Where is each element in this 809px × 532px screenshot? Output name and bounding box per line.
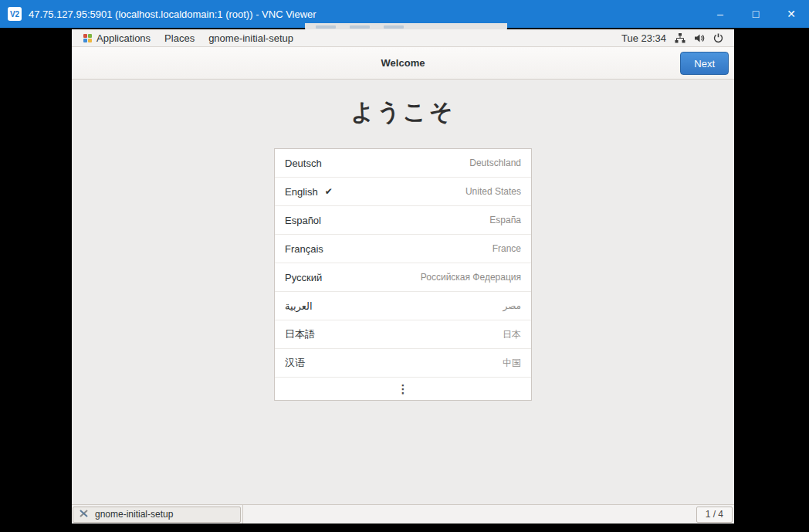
language-row-espanol[interactable]: Español España (275, 206, 531, 235)
language-region: France (493, 243, 521, 254)
taskbar-window-button[interactable]: gnome-initial-setup (73, 507, 241, 523)
app-header-bar: Welcome Next (72, 47, 734, 80)
vnc-logo-icon: V2 (8, 7, 22, 21)
taskbar-divider (242, 505, 243, 524)
language-region: Российская Федерация (421, 272, 521, 283)
language-row-chinese[interactable]: 汉语 中国 (275, 349, 531, 378)
language-region: United States (465, 186, 521, 197)
language-region: 日本 (503, 328, 521, 341)
language-region: 中国 (503, 357, 521, 370)
current-app-menu-label: gnome-initial-setup (208, 32, 293, 44)
language-name: Français (285, 243, 323, 255)
page-title: Welcome (381, 57, 425, 69)
remote-desktop: Applications Places gnome-initial-setup … (72, 29, 734, 524)
language-name: English (285, 186, 318, 198)
applications-menu[interactable]: Applications (76, 29, 157, 46)
top-bar-status-area: Tue 23:34 (621, 29, 729, 46)
places-menu-label: Places (164, 32, 195, 44)
places-menu[interactable]: Places (157, 29, 201, 46)
volume-icon[interactable] (694, 29, 705, 46)
language-row-japanese[interactable]: 日本語 日本 (275, 320, 531, 349)
close-button[interactable]: ✕ (773, 0, 809, 28)
window-controls: – □ ✕ (702, 0, 809, 28)
welcome-heading: ようこそ (351, 97, 455, 128)
welcome-page: ようこそ Deutsch Deutschland English ✔ Unite… (72, 80, 734, 504)
language-row-english[interactable]: English ✔ United States (275, 178, 531, 206)
vnc-toolbar-segment (384, 25, 404, 29)
language-row-francais[interactable]: Français France (275, 235, 531, 263)
applications-icon (83, 34, 92, 42)
gnome-top-bar: Applications Places gnome-initial-setup … (72, 29, 734, 47)
language-name: 日本語 (285, 327, 315, 341)
language-name: العربية (285, 300, 313, 312)
language-list: Deutsch Deutschland English ✔ United Sta… (274, 148, 532, 401)
taskbar-window-label: gnome-initial-setup (95, 509, 173, 520)
minimize-button[interactable]: – (702, 0, 738, 28)
language-region: مصر (503, 300, 521, 311)
language-name: Русский (285, 272, 322, 283)
network-icon[interactable] (675, 29, 685, 46)
language-region: España (489, 215, 521, 225)
vnc-toolbar-segment (350, 25, 370, 29)
check-icon: ✔ (325, 186, 333, 197)
language-name: 汉语 (285, 356, 305, 370)
more-languages-button[interactable]: ⋮ (275, 378, 531, 400)
power-icon[interactable] (713, 29, 723, 46)
language-name: Español (285, 215, 321, 226)
bottom-taskbar: gnome-initial-setup 1 / 4 (72, 504, 734, 524)
language-row-arabic[interactable]: العربية مصر (275, 292, 531, 320)
window-title: 47.75.127.95:5901 (localhost.localdomain… (29, 8, 316, 20)
language-row-deutsch[interactable]: Deutsch Deutschland (275, 149, 531, 178)
app-icon (79, 509, 90, 520)
workspace-pager[interactable]: 1 / 4 (696, 507, 733, 523)
language-region: Deutschland (469, 158, 521, 168)
current-app-menu[interactable]: gnome-initial-setup (201, 29, 300, 46)
more-icon: ⋮ (398, 382, 409, 396)
vnc-viewer-window: V2 47.75.127.95:5901 (localhost.localdom… (0, 0, 809, 532)
language-name: Deutsch (285, 158, 322, 169)
language-row-russian[interactable]: Русский Российская Федерация (275, 263, 531, 292)
maximize-button[interactable]: □ (738, 0, 773, 28)
vnc-toolbar-segment (316, 25, 336, 29)
applications-menu-label: Applications (96, 32, 151, 44)
clock[interactable]: Tue 23:34 (621, 32, 666, 44)
next-button[interactable]: Next (680, 52, 729, 75)
